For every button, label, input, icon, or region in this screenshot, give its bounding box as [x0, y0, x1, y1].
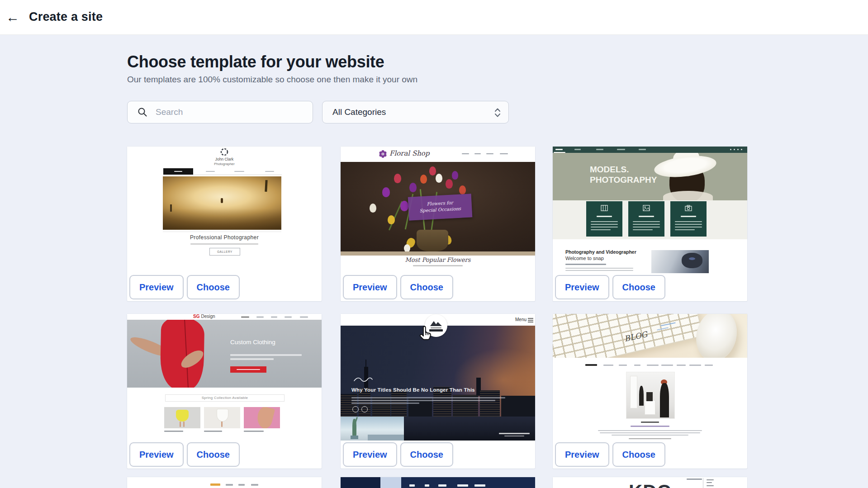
choose-button[interactable]: Choose	[400, 442, 453, 467]
search-icon	[138, 107, 147, 117]
text-bar	[256, 317, 264, 317]
text-bar	[647, 365, 659, 366]
template-thumbnail-sg-design[interactable]: SGDesign Custom Clothing Spring Collecti…	[127, 314, 322, 441]
text-bar	[600, 432, 700, 433]
mini-logo-name: John Clark	[127, 157, 322, 161]
choose-button[interactable]: Choose	[187, 442, 240, 467]
search-input[interactable]	[155, 107, 292, 118]
preview-button[interactable]: Preview	[343, 442, 397, 467]
preview-button[interactable]: Preview	[555, 275, 609, 299]
choose-button[interactable]: Choose	[400, 275, 453, 299]
back-button[interactable]: ←	[5, 9, 21, 25]
mini-heading: Most Popular Flowers	[341, 256, 535, 263]
template-thumbnail-kdc[interactable]: KDC	[553, 477, 747, 488]
template-thumbnail-row3-middle[interactable]	[341, 477, 535, 488]
mini-gallery-button: GALLERY	[209, 248, 240, 256]
mini-product-pink	[244, 407, 280, 428]
template-card-travel-city: Menu Why Your Ti	[341, 314, 535, 469]
templates-heading: Choose template for your website	[127, 52, 384, 71]
statue-of-liberty-photo-illustration	[341, 417, 404, 441]
text-bar	[641, 422, 659, 423]
page-title: Create a site	[29, 10, 103, 24]
category-selected-value: All Categories	[332, 107, 386, 117]
text-bar	[241, 317, 249, 317]
mini-logo-role: Photographer	[127, 162, 322, 166]
text-bar	[271, 317, 277, 317]
mini-navbar	[553, 147, 747, 153]
mini-navbar	[163, 168, 282, 175]
text-bar	[438, 484, 446, 487]
mini-divider	[163, 232, 281, 232]
text-bar	[619, 365, 627, 366]
text-bar	[629, 438, 671, 439]
card-actions: Preview Choose	[127, 441, 322, 469]
template-thumbnail-floral-shop[interactable]: Floral Shop	[341, 147, 535, 273]
app-header: ← Create a site	[0, 0, 868, 35]
text-bar	[565, 264, 606, 265]
script-flourish	[353, 376, 373, 383]
text-bar	[409, 484, 415, 487]
preview-button[interactable]: Preview	[555, 442, 609, 467]
text-bar	[565, 268, 633, 269]
night-sky-photo-illustration	[404, 417, 535, 441]
choose-button[interactable]: Choose	[612, 442, 665, 467]
text-bar	[300, 317, 308, 317]
template-thumbnail-row3-left[interactable]	[127, 477, 322, 488]
mini-feature-panels	[553, 200, 747, 239]
template-card-floral-shop: Floral Shop	[341, 147, 535, 301]
mini-brand: SGDesign	[193, 314, 215, 319]
text-bar	[204, 431, 222, 432]
card-actions: Preview Choose	[341, 273, 535, 301]
template-card-sg-design: SGDesign Custom Clothing Spring Collecti…	[127, 314, 322, 469]
template-thumbnail-blog[interactable]: BLOG	[553, 314, 747, 441]
text-bar	[705, 365, 713, 366]
text-bar	[164, 431, 183, 432]
text-bar	[598, 430, 702, 431]
card-actions: Preview Choose	[553, 441, 747, 469]
template-thumbnail-travel-city[interactable]: Menu Why Your Ti	[341, 314, 535, 441]
preview-button[interactable]: Preview	[129, 442, 184, 467]
tulip-bouquet-photo-illustration: Flowers for Special Occasions	[341, 162, 535, 256]
text-bar	[677, 365, 686, 366]
category-select[interactable]: All Categories	[322, 101, 509, 123]
text-bar	[500, 153, 508, 154]
templates-subheading: Our templates are 100% customizable so c…	[127, 75, 417, 85]
aperture-logo-icon	[220, 147, 229, 156]
mini-banner: Flowers for Special Occasions	[408, 194, 473, 220]
hamburger-menu-icon	[528, 318, 533, 322]
template-thumbnail-photographer[interactable]: John Clark Photographer Professional Pho…	[127, 147, 322, 273]
preview-button[interactable]: Preview	[343, 275, 397, 299]
text-bar	[707, 482, 712, 483]
template-card-row3-middle	[341, 477, 535, 488]
card-actions: Preview Choose	[553, 273, 747, 301]
model-hero-illustration: MODELS. PHOTOGRAPHY	[553, 153, 747, 200]
preview-button[interactable]: Preview	[129, 275, 184, 299]
mini-product-yellow-dress	[164, 407, 200, 428]
mini-brand: Floral Shop	[389, 149, 429, 157]
choose-button[interactable]: Choose	[612, 275, 665, 299]
text-bar	[634, 365, 640, 366]
text-bar	[226, 484, 233, 486]
text-bar	[603, 365, 613, 366]
create-site-screen: ← Create a site Choose template for your…	[0, 0, 868, 488]
mini-active-tab	[380, 477, 401, 488]
template-card-photographer: John Clark Photographer Professional Pho…	[127, 147, 322, 301]
text-bar	[687, 479, 702, 480]
search-box[interactable]	[127, 101, 313, 123]
text-bar	[457, 484, 468, 487]
keyboard-hero-illustration: BLOG	[553, 314, 747, 358]
choose-button[interactable]: Choose	[187, 275, 240, 299]
mini-badge-logo	[425, 314, 447, 337]
template-thumbnail-models-photography[interactable]: MODELS. PHOTOGRAPHY	[553, 147, 747, 273]
mini-heading: Photography and Videographer	[565, 249, 636, 255]
template-card-models-photography: MODELS. PHOTOGRAPHY	[553, 147, 747, 301]
text-bar	[631, 426, 669, 427]
mini-menu-label: Menu	[515, 317, 526, 322]
text-bar	[486, 153, 493, 154]
text-bar	[707, 485, 714, 486]
mountain-logo-icon	[429, 320, 443, 327]
film-icon	[601, 205, 608, 211]
text-bar	[210, 483, 220, 486]
text-bar	[413, 265, 463, 266]
text-bar	[689, 365, 701, 366]
